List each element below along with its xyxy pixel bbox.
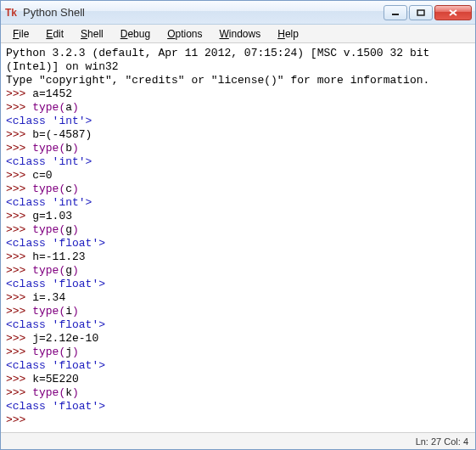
input-k: k=5E220: [25, 373, 78, 385]
output: <class 'int'>: [6, 196, 92, 209]
window-controls: [384, 5, 472, 20]
paren: ): [72, 346, 79, 358]
arg: c: [65, 183, 72, 195]
prompt: >>>: [6, 223, 25, 236]
prompt: >>>: [6, 291, 25, 304]
kw-type: type: [32, 264, 59, 277]
svg-rect-1: [417, 10, 424, 15]
arg: a: [65, 101, 72, 114]
maximize-icon: [417, 9, 425, 16]
input-c: c=0: [25, 169, 52, 182]
prompt: >>>: [6, 183, 25, 195]
prompt: >>>: [6, 386, 25, 399]
menu-edit[interactable]: Edit: [39, 26, 70, 42]
menu-shell[interactable]: Shell: [74, 26, 110, 42]
close-icon: [449, 9, 457, 16]
arg: j: [65, 346, 72, 358]
banner-line-1: Python 3.2.3 (default, Apr 11 2012, 07:1…: [6, 47, 436, 73]
prompt: >>>: [6, 250, 25, 263]
active-input[interactable]: [25, 413, 32, 426]
menu-debug[interactable]: Debug: [114, 26, 157, 42]
output: <class 'float'>: [6, 318, 105, 331]
minimize-icon: [391, 9, 400, 16]
maximize-button[interactable]: [409, 5, 433, 20]
menubar: File Edit Shell Debug Options Windows He…: [1, 25, 475, 43]
paren: ): [72, 183, 79, 195]
output: <class 'float'>: [6, 359, 105, 372]
arg: i: [65, 305, 72, 318]
prompt: >>>: [6, 142, 25, 155]
paren: ): [72, 386, 79, 399]
menu-help[interactable]: Help: [271, 26, 305, 42]
paren: ): [72, 101, 79, 114]
close-button[interactable]: [434, 5, 472, 20]
kw-type: type: [32, 101, 59, 114]
prompt: >>>: [6, 87, 25, 100]
prompt: >>>: [6, 169, 25, 182]
banner-line-2: Type "copyright", "credits" or "license(…: [6, 74, 429, 87]
kw-type: type: [32, 223, 59, 236]
arg: k: [65, 386, 72, 399]
menu-file[interactable]: File: [6, 26, 36, 42]
prompt: >>>: [6, 413, 25, 426]
input-j: j=2.12e-10: [25, 332, 98, 345]
arg: g: [65, 264, 72, 277]
input-g: g=1.03: [25, 210, 72, 222]
kw-type: type: [32, 183, 59, 195]
prompt: >>>: [6, 332, 25, 345]
minimize-button[interactable]: [384, 5, 407, 20]
console-area[interactable]: Python 3.2.3 (default, Apr 11 2012, 07:1…: [1, 43, 475, 432]
prompt: >>>: [6, 128, 25, 141]
paren: ): [72, 223, 79, 236]
prompt: >>>: [6, 346, 25, 358]
menu-windows[interactable]: Windows: [213, 26, 268, 42]
prompt: >>>: [6, 305, 25, 318]
output: <class 'int'>: [6, 155, 92, 168]
status-position: Ln: 27 Col: 4: [416, 436, 468, 447]
paren: ): [72, 264, 79, 277]
kw-type: type: [32, 305, 59, 318]
input-i: i=.34: [25, 291, 65, 304]
kw-type: type: [32, 346, 59, 358]
window-title: Python Shell: [23, 6, 384, 19]
kw-type: type: [32, 142, 59, 155]
prompt: >>>: [6, 373, 25, 385]
arg: g: [65, 223, 72, 236]
paren: ): [72, 142, 79, 155]
titlebar: Tk Python Shell: [1, 1, 475, 25]
statusbar: Ln: 27 Col: 4: [1, 432, 475, 449]
menu-options[interactable]: Options: [160, 26, 209, 42]
prompt: >>>: [6, 264, 25, 277]
prompt: >>>: [6, 210, 25, 222]
input-b: b=(-4587): [25, 128, 92, 141]
output: <class 'float'>: [6, 278, 105, 290]
tk-icon: Tk: [4, 6, 18, 20]
output: <class 'float'>: [6, 400, 105, 413]
input-a: a=1452: [25, 87, 72, 100]
kw-type: type: [32, 386, 59, 399]
paren: ): [72, 305, 79, 318]
arg: b: [65, 142, 72, 155]
input-h: h=-11.23: [25, 250, 85, 263]
output: <class 'int'>: [6, 115, 92, 127]
output: <class 'float'>: [6, 237, 105, 250]
prompt: >>>: [6, 101, 25, 114]
